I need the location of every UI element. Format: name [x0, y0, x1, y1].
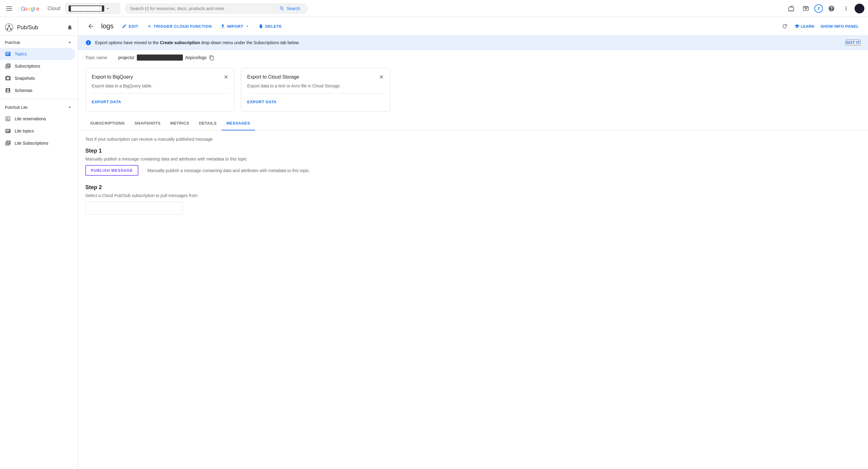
edit-button[interactable]: EDIT	[118, 22, 142, 30]
pubsub-lite-section-label: Pub/Sub Lite	[5, 105, 27, 110]
sidebar-snapshots-label: Snapshots	[14, 76, 35, 81]
sidebar-lite-topics-label: Lite topics	[14, 129, 34, 133]
step2-section: Step 2 Select a Cloud Pub/Sub subscripti…	[85, 184, 861, 214]
info-icon	[85, 39, 91, 46]
back-icon	[87, 23, 94, 30]
sidebar-lite-subscriptions-label: Lite Subscriptions	[14, 141, 49, 145]
tab-details[interactable]: DETAILS	[194, 116, 222, 130]
export-bigquery-button[interactable]: EXPORT DATA	[92, 98, 121, 105]
avatar[interactable]	[855, 4, 864, 13]
sidebar-item-subscriptions[interactable]: Subscriptions	[0, 60, 75, 72]
export-cards: Export to BigQuery ✕ Export data to a Bi…	[78, 63, 868, 116]
gift-button[interactable]	[785, 2, 797, 14]
publish-message-button[interactable]: PUBLISH MESSAGE	[85, 165, 138, 176]
tab-messages[interactable]: MESSAGES	[222, 116, 255, 130]
back-button[interactable]	[85, 21, 96, 32]
step2-title: Step 2	[85, 184, 861, 191]
snapshots-icon	[5, 75, 11, 81]
got-it-button[interactable]: GOT IT	[845, 40, 861, 45]
close-cloud-storage-card-button[interactable]: ✕	[379, 74, 384, 80]
search-bar[interactable]: Search	[125, 4, 308, 13]
notification-badge[interactable]: 2	[814, 4, 823, 13]
sidebar-item-topics[interactable]: Topics	[0, 48, 75, 60]
lite-subscriptions-icon	[5, 140, 11, 146]
export-bigquery-card: Export to BigQuery ✕ Export data to a Bi…	[85, 68, 235, 112]
search-input[interactable]	[130, 6, 277, 11]
lite-section-collapse-icon	[67, 104, 73, 110]
google-cloud-logo: G o o g l e Cloud	[21, 5, 60, 12]
more-options-button[interactable]	[840, 2, 852, 14]
tab-snapshots[interactable]: SNAPSHOTS	[129, 116, 165, 130]
project-name: ████████████	[69, 5, 104, 11]
cloud-label: Cloud	[48, 6, 60, 11]
learn-icon	[795, 24, 799, 29]
svg-text:l: l	[34, 6, 35, 12]
sidebar-item-snapshots[interactable]: Snapshots	[0, 72, 75, 85]
export-cloud-storage-button[interactable]: EXPORT DATA	[247, 98, 277, 105]
step1-actions: PUBLISH MESSAGE Manually publish a messa…	[85, 165, 861, 176]
service-name: Pub/Sub	[17, 24, 38, 31]
info-banner-link-text: Create subscription	[160, 40, 199, 45]
export-bigquery-desc: Export data to a BigQuery table.	[92, 83, 228, 94]
help-button[interactable]	[825, 2, 838, 14]
edit-icon	[122, 24, 127, 29]
sidebar-item-lite-subscriptions[interactable]: Lite Subscriptions	[0, 137, 75, 149]
pubsub-section-header[interactable]: Pub/Sub	[0, 37, 78, 48]
pubsub-service-icon	[5, 23, 13, 32]
svg-point-6	[5, 24, 13, 31]
copy-button[interactable]	[209, 55, 215, 61]
lite-topics-icon	[5, 128, 11, 134]
delete-button[interactable]: DELETE	[255, 22, 285, 30]
import-label: IMPORT	[227, 24, 244, 29]
hamburger-menu[interactable]	[4, 2, 16, 14]
sidebar-item-schemas[interactable]: Schemas	[0, 85, 75, 97]
step1-section: Step 1 Manually publish a message contai…	[85, 148, 861, 176]
export-cloud-storage-desc: Export data to a text or Avro file in Cl…	[247, 83, 384, 94]
info-svg-icon	[85, 40, 91, 46]
messages-tab-content: Test if your subscription can receive a …	[78, 131, 868, 229]
topic-name-value: projects/████████████████/topics/logs	[118, 55, 215, 61]
trigger-cloud-function-button[interactable]: TRIGGER CLOUD FUNCTION	[143, 22, 215, 30]
sidebar: Pub/Sub Pub/Sub Topics Subscriptions Sna…	[0, 17, 78, 469]
sidebar-lite-reservations-label: Lite reservations	[14, 116, 46, 121]
top-nav-actions: 2	[785, 2, 864, 14]
toolbar: logs EDIT TRIGGER CLOUD FUNCTION IMPORT …	[78, 17, 868, 36]
schemas-icon	[5, 88, 11, 94]
project-selector[interactable]: ████████████	[65, 3, 120, 14]
trigger-label: TRIGGER CLOUD FUNCTION	[154, 24, 212, 29]
hamburger-icon	[6, 5, 13, 12]
page-title: logs	[101, 22, 113, 30]
bell-icon[interactable]	[67, 24, 73, 30]
export-cloud-storage-title: Export to Cloud Storage	[247, 74, 299, 80]
sidebar-schemas-label: Schemas	[14, 88, 32, 93]
terminal-button[interactable]	[800, 2, 812, 14]
sidebar-item-lite-topics[interactable]: Lite topics	[0, 125, 75, 137]
lite-reservations-icon	[5, 116, 11, 122]
terminal-icon	[803, 5, 809, 12]
tab-metrics[interactable]: METRICS	[165, 116, 194, 130]
edit-label: EDIT	[129, 24, 138, 29]
info-banner-text: Export options have moved to the Create …	[95, 40, 842, 45]
topics-icon	[5, 51, 11, 57]
svg-line-10	[7, 27, 9, 28]
help-icon	[828, 5, 835, 12]
import-dropdown-icon	[245, 24, 250, 29]
topic-name-label: Topic name	[85, 55, 116, 60]
pubsub-lite-section-header[interactable]: Pub/Sub Lite	[0, 102, 78, 113]
search-button[interactable]: Search	[277, 6, 302, 11]
import-button[interactable]: IMPORT	[217, 22, 254, 30]
export-bigquery-header: Export to BigQuery ✕	[92, 74, 228, 80]
svg-point-8	[7, 28, 8, 30]
sidebar-subscriptions-label: Subscriptions	[14, 64, 40, 69]
export-cloud-storage-card: Export to Cloud Storage ✕ Export data to…	[241, 68, 390, 112]
tab-subscriptions[interactable]: SUBSCRIPTIONS	[85, 116, 129, 130]
learn-button[interactable]: LEARN	[793, 22, 816, 30]
sidebar-topics-label: Topics	[14, 52, 27, 56]
show-info-panel-button[interactable]: SHOW INFO PANEL	[818, 22, 861, 30]
topic-name-row: Topic name projects/████████████████/top…	[78, 49, 868, 63]
refresh-button[interactable]	[779, 21, 790, 32]
close-bigquery-card-button[interactable]: ✕	[224, 74, 228, 80]
sidebar-item-lite-reservations[interactable]: Lite reservations	[0, 113, 75, 125]
toolbar-right: LEARN SHOW INFO PANEL	[779, 21, 861, 32]
subscription-select-input[interactable]	[85, 202, 183, 214]
